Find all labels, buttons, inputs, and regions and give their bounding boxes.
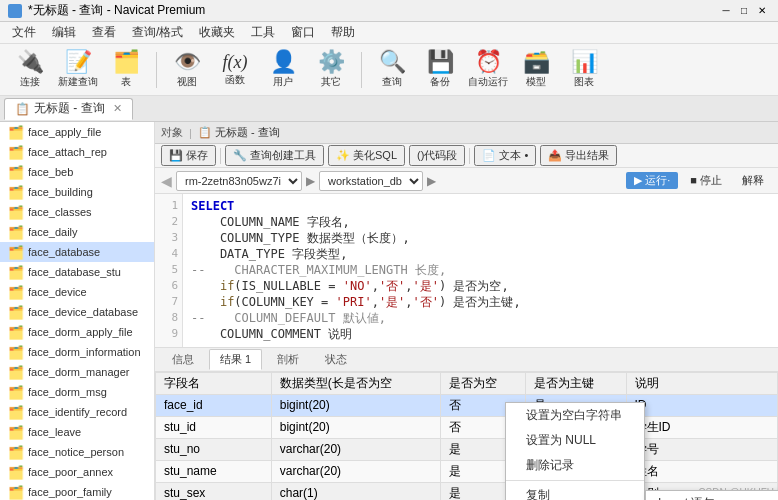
ctx-delete-record[interactable]: 删除记录 [506,453,644,478]
results-tab-info[interactable]: 信息 [161,349,205,370]
table-icon: 🗂️ [8,285,24,300]
title-bar-controls: ─ □ ✕ [718,3,770,19]
line-number-9: 9 [155,326,182,342]
view-icon: 👁️ [174,51,201,73]
beautify-button[interactable]: ✨ 美化SQL [328,145,405,166]
table-icon: 🗂️ [8,345,24,360]
sidebar-item-label: face_apply_file [28,126,101,138]
table-label: 表 [121,75,131,89]
connect-button[interactable]: 🔌 连接 [8,48,52,92]
other-button[interactable]: ⚙️ 其它 [309,48,353,92]
sidebar-item-face_attach_rep[interactable]: 🗂️face_attach_rep [0,142,154,162]
connection-select[interactable]: rm-2zetn83n05wz7i [176,171,302,191]
sidebar-item-face_database[interactable]: 🗂️face_database [0,242,154,262]
function-button[interactable]: f(x) 函数 [213,48,257,92]
menu-item-窗口[interactable]: 窗口 [283,22,323,43]
sidebar-item-face_apply_file[interactable]: 🗂️face_apply_file [0,122,154,142]
query-icon: 🔍 [379,51,406,73]
sidebar-item-face_device_database[interactable]: 🗂️face_device_database [0,302,154,322]
model-button[interactable]: 🗃️ 模型 [514,48,558,92]
sql-line-1: SELECT [191,198,770,214]
view-label: 视图 [177,75,197,89]
db-arrow: ▶ [427,174,436,188]
text-button[interactable]: 📄 文本 • [474,145,536,166]
ctx-set-null-char[interactable]: 设置为空白字符串 [506,403,644,428]
sql-editor[interactable]: 123456789 SELECT COLUMN_NAME 字段名, COLUMN… [155,194,778,348]
header-sep-1 [220,148,221,164]
results-table-wrap: 字段名 数据类型(长是否为空 是否为空 是否为主键 说明 face_idbigi… [155,372,778,501]
stop-button[interactable]: ■ 停止 [682,172,730,189]
sidebar-item-face_building[interactable]: 🗂️face_building [0,182,154,202]
menu-item-帮助[interactable]: 帮助 [323,22,363,43]
menu-item-查询/格式[interactable]: 查询/格式 [124,22,191,43]
code-snippet-button[interactable]: ()代码段 [409,145,465,166]
table-icon: 🗂️ [8,225,24,240]
close-button[interactable]: ✕ [754,3,770,19]
menu-bar: 文件编辑查看查询/格式收藏夹工具窗口帮助 [0,22,778,44]
menu-item-工具[interactable]: 工具 [243,22,283,43]
results-table: 字段名 数据类型(长是否为空 是否为空 是否为主键 说明 face_idbigi… [155,372,778,501]
export-result-button[interactable]: 📤 导出结果 [540,145,617,166]
minimize-button[interactable]: ─ [718,3,734,19]
sidebar-item-face_classes[interactable]: 🗂️face_classes [0,202,154,222]
run-button[interactable]: ▶ 运行· [626,172,678,189]
sidebar-item-face_poor_family[interactable]: 🗂️face_poor_family [0,482,154,500]
sidebar-item-face_dorm_msg[interactable]: 🗂️face_dorm_msg [0,382,154,402]
backup-button[interactable]: 💾 备份 [418,48,462,92]
menu-item-收藏夹[interactable]: 收藏夹 [191,22,243,43]
sidebar-item-face_database_stu[interactable]: 🗂️face_database_stu [0,262,154,282]
sidebar-item-face_dorm_information[interactable]: 🗂️face_dorm_information [0,342,154,362]
results-tab-status[interactable]: 状态 [314,349,358,370]
results-tabs: 信息 结果 1 剖析 状态 [155,348,778,372]
chart-label: 图表 [574,75,594,89]
table-button[interactable]: 🗂️ 表 [104,48,148,92]
user-button[interactable]: 👤 用户 [261,48,305,92]
code-snippet-label: ()代码段 [417,148,457,163]
sidebar-item-face_daily[interactable]: 🗂️face_daily [0,222,154,242]
query-tab[interactable]: 📋 无标题 - 查询 ✕ [4,98,133,120]
sidebar-item-face_identify_record[interactable]: 🗂️face_identify_record [0,402,154,422]
autorun-button[interactable]: ⏰ 自动运行 [466,48,510,92]
sidebar-item-face_device[interactable]: 🗂️face_device [0,282,154,302]
sidebar-item-face_leave[interactable]: 🗂️face_leave [0,422,154,442]
ctx-copy[interactable]: 复制 [506,483,644,500]
menu-item-文件[interactable]: 文件 [4,22,44,43]
menu-item-编辑[interactable]: 编辑 [44,22,84,43]
sub-insert-statement[interactable]: Insert 语句 [646,491,778,500]
table-row[interactable]: face_idbigint(20)否是ID [156,394,778,416]
save-button[interactable]: 💾 保存 [161,145,216,166]
query-builder-button[interactable]: 🔧 查询创建工具 [225,145,324,166]
line-number-5: 5 [155,262,182,278]
chart-button[interactable]: 📊 图表 [562,48,606,92]
table-icon: 🗂️ [8,445,24,460]
sidebar-item-label: face_identify_record [28,406,127,418]
results-tab-result1[interactable]: 结果 1 [209,349,262,370]
database-select[interactable]: workstation_db [319,171,423,191]
sidebar-item-face_dorm_manager[interactable]: 🗂️face_dorm_manager [0,362,154,382]
table-row[interactable]: stu_idbigint(20)否否学生ID [156,416,778,438]
sidebar-item-face_dorm_apply_file[interactable]: 🗂️face_dorm_apply_file [0,322,154,342]
view-button[interactable]: 👁️ 视图 [165,48,209,92]
new-query-button[interactable]: 📝 新建查询 [56,48,100,92]
sidebar-item-face_beb[interactable]: 🗂️face_beb [0,162,154,182]
save-icon: 💾 [169,149,183,162]
sql-content[interactable]: SELECT COLUMN_NAME 字段名, COLUMN_TYPE 数据类型… [183,194,778,347]
query-button[interactable]: 🔍 查询 [370,48,414,92]
sidebar-item-label: face_dorm_information [28,346,141,358]
object-header: 对象 | 📋 无标题 - 查询 [155,122,778,144]
sidebar-item-face_notice_person[interactable]: 🗂️face_notice_person [0,442,154,462]
sidebar-item-face_poor_annex[interactable]: 🗂️face_poor_annex [0,462,154,482]
line-number-7: 7 [155,294,182,310]
table-row[interactable]: stu_novarchar(20)是否学号 [156,438,778,460]
results-tab-profile[interactable]: 剖析 [266,349,310,370]
menu-item-查看[interactable]: 查看 [84,22,124,43]
maximize-button[interactable]: □ [736,3,752,19]
sidebar-item-label: face_device_database [28,306,138,318]
user-icon: 👤 [270,51,297,73]
ctx-set-null[interactable]: 设置为 NULL [506,428,644,453]
explain-button[interactable]: 解释 [734,172,772,189]
app-icon [8,4,22,18]
sidebar: 🗂️face_apply_file🗂️face_attach_rep🗂️face… [0,122,155,500]
query-tab-close-icon[interactable]: ✕ [113,102,122,115]
table-row[interactable]: stu_namevarchar(20)是否姓名 [156,460,778,482]
